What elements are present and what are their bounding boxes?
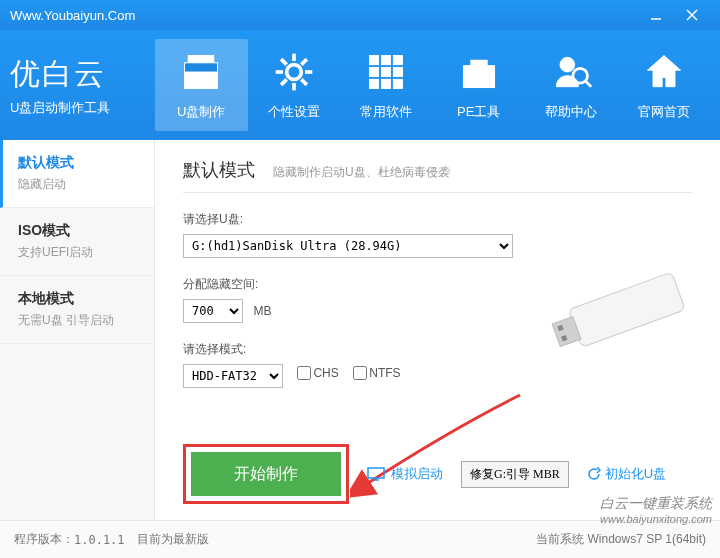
space-unit: MB	[253, 304, 271, 318]
title-url: Www.Youbaiyun.Com	[10, 8, 638, 23]
main-panel: 默认模式 隐藏制作启动U盘、杜绝病毒侵袭 请选择U盘: G:(hd1)SanDi…	[155, 140, 720, 520]
svg-rect-22	[382, 79, 391, 88]
action-bar: 开始制作 模拟启动 修复G:引导 MBR 初始化U盘	[183, 444, 700, 504]
grid-icon	[364, 50, 408, 97]
help-icon	[549, 50, 593, 97]
version-label: 程序版本：	[14, 531, 74, 548]
page-desc: 隐藏制作启动U盘、杜绝病毒侵袭	[273, 164, 450, 181]
usb-icon	[179, 50, 223, 97]
sidebar: 默认模式 隐藏启动 ISO模式 支持UEFI启动 本地模式 无需U盘 引导启动	[0, 140, 155, 520]
header: 优白云 U盘启动制作工具 U盘制作 个性设置 常用软件 PE工具 帮助中心 官网…	[0, 30, 720, 140]
primary-highlight: 开始制作	[183, 444, 349, 504]
nav-help[interactable]: 帮助中心	[525, 39, 618, 131]
logo-subtitle: U盘启动制作工具	[10, 99, 155, 117]
svg-rect-16	[382, 55, 391, 64]
sidebar-item-iso[interactable]: ISO模式 支持UEFI启动	[0, 208, 154, 276]
svg-point-27	[573, 68, 588, 83]
sidebar-item-label: 本地模式	[18, 290, 136, 308]
disk-label: 请选择U盘:	[183, 211, 692, 228]
nav-software[interactable]: 常用软件	[340, 39, 433, 131]
nav-label: 官网首页	[638, 103, 690, 121]
svg-rect-33	[368, 468, 384, 478]
sidebar-item-label: ISO模式	[18, 222, 136, 240]
titlebar: Www.Youbaiyun.Com	[0, 0, 720, 30]
svg-line-28	[586, 81, 592, 87]
page-title: 默认模式	[183, 158, 255, 182]
svg-rect-21	[370, 79, 379, 88]
svg-rect-18	[370, 67, 379, 76]
nav-homepage[interactable]: 官网首页	[618, 39, 711, 131]
nav-label: 帮助中心	[545, 103, 597, 121]
minimize-button[interactable]	[638, 3, 674, 27]
close-button[interactable]	[674, 3, 710, 27]
logo-title: 优白云	[10, 54, 155, 95]
sidebar-item-local[interactable]: 本地模式 无需U盘 引导启动	[0, 276, 154, 344]
svg-line-13	[301, 59, 307, 64]
svg-rect-19	[382, 67, 391, 76]
sidebar-item-default[interactable]: 默认模式 隐藏启动	[0, 140, 154, 208]
nav-pe-tools[interactable]: PE工具	[433, 39, 526, 131]
disk-select[interactable]: G:(hd1)SanDisk Ultra (28.94G)	[183, 234, 513, 258]
init-usb-link[interactable]: 初始化U盘	[587, 465, 666, 483]
home-icon	[642, 50, 686, 97]
svg-rect-20	[394, 67, 403, 76]
system-info: 当前系统 Windows7 SP 1(64bit)	[536, 531, 706, 548]
svg-rect-5	[185, 62, 218, 71]
repair-mbr-button[interactable]: 修复G:引导 MBR	[461, 461, 569, 488]
svg-rect-17	[394, 55, 403, 64]
svg-line-12	[301, 79, 307, 84]
svg-point-26	[560, 57, 575, 72]
logo: 优白云 U盘启动制作工具	[10, 54, 155, 117]
svg-line-14	[281, 79, 287, 84]
svg-rect-15	[370, 55, 379, 64]
chs-checkbox[interactable]: CHS	[297, 366, 338, 380]
nav-label: U盘制作	[177, 103, 225, 121]
update-status: 目前为最新版	[137, 531, 209, 548]
sidebar-item-sub: 隐藏启动	[18, 176, 136, 193]
mode-select[interactable]: HDD-FAT32	[183, 364, 283, 388]
gear-icon	[272, 50, 316, 97]
nav-label: 个性设置	[268, 103, 320, 121]
space-select[interactable]: 700	[183, 299, 243, 323]
svg-line-11	[281, 59, 287, 64]
sidebar-item-label: 默认模式	[18, 154, 136, 172]
statusbar: 程序版本： 1.0.1.1 目前为最新版 当前系统 Windows7 SP 1(…	[0, 520, 720, 558]
nav-label: PE工具	[457, 103, 500, 121]
svg-rect-3	[188, 55, 214, 62]
simulate-boot-link[interactable]: 模拟启动	[367, 465, 443, 483]
sidebar-item-sub: 支持UEFI启动	[18, 244, 136, 261]
svg-point-6	[286, 64, 301, 79]
nav-label: 常用软件	[360, 103, 412, 121]
svg-rect-23	[394, 79, 403, 88]
svg-rect-29	[568, 272, 685, 347]
nav-usb-create[interactable]: U盘制作	[155, 39, 248, 131]
monitor-icon	[367, 467, 385, 481]
toolbox-icon	[457, 50, 501, 97]
usb-illustration	[550, 250, 700, 360]
sidebar-item-sub: 无需U盘 引导启动	[18, 312, 136, 329]
nav-bar: U盘制作 个性设置 常用软件 PE工具 帮助中心 官网首页	[155, 39, 710, 131]
nav-settings[interactable]: 个性设置	[248, 39, 341, 131]
start-create-button[interactable]: 开始制作	[191, 452, 341, 496]
refresh-icon	[587, 467, 601, 481]
version-value: 1.0.1.1	[74, 533, 125, 547]
ntfs-checkbox[interactable]: NTFS	[353, 366, 400, 380]
